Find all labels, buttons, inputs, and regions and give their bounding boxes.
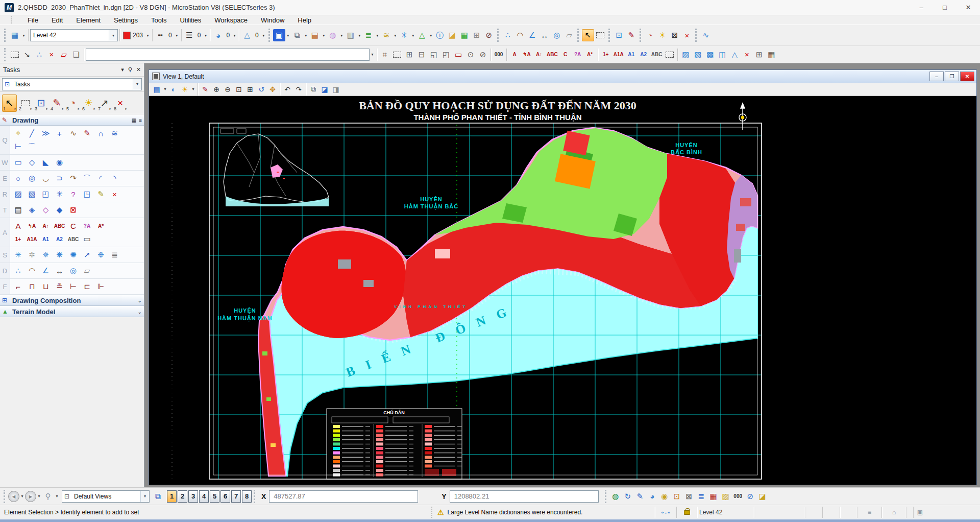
element-changer-icon[interactable]: ✎ <box>625 29 638 41</box>
models-icon[interactable]: ▣ <box>273 29 285 41</box>
drawing-tool-icon[interactable]: ≣ <box>108 248 121 262</box>
pan-view-icon[interactable]: ✥ <box>267 84 278 95</box>
references-icon[interactable]: ⧉ <box>291 29 303 41</box>
drawing-tool-icon[interactable]: ◎ <box>25 172 39 185</box>
menu-tools[interactable]: Tools <box>151 16 166 24</box>
dropdown-chevron-icon[interactable]: ▾ <box>410 29 416 41</box>
line-weight-icon[interactable]: ☰ <box>183 29 195 41</box>
drawing-tool-icon[interactable]: ◎ <box>66 264 80 277</box>
snap-mode-cell[interactable]: ∘-∘ <box>655 507 676 518</box>
drawing-tool-icon[interactable]: ✵ <box>39 248 53 262</box>
pattern-cross-icon[interactable]: ▧ <box>692 49 704 61</box>
drawing-tool-icon[interactable]: ⊏ <box>80 280 94 293</box>
menu-workspace[interactable]: Workspace <box>214 16 248 24</box>
view-toggle-7[interactable]: 7 <box>231 490 241 503</box>
fence-delete-icon[interactable]: × <box>45 49 58 61</box>
no-render-icon[interactable]: ⊘ <box>483 29 495 41</box>
dgn-status-cell[interactable]: ▣ <box>913 507 926 518</box>
clip-mask-icon[interactable]: ◨ <box>330 84 341 95</box>
drawing-tool-icon[interactable]: ▧ <box>25 187 39 201</box>
cube-tool-icon[interactable]: ▱ <box>563 29 575 41</box>
dimension-000-icon[interactable]: 000 <box>493 49 505 61</box>
locks-cell[interactable] <box>676 507 697 518</box>
tasks-close-icon[interactable]: ✕ <box>136 66 141 73</box>
view-attributes-icon[interactable]: ▤ <box>151 84 162 95</box>
drawing-tool-icon[interactable]: ◣ <box>39 156 53 169</box>
update-view-icon[interactable]: ✎ <box>200 84 211 95</box>
tasks-combo-dropdown[interactable]: ▾ <box>133 79 141 90</box>
key-icon[interactable]: ◪ <box>756 490 769 503</box>
item-browser-icon[interactable]: ▦ <box>458 29 471 41</box>
drawing-tool-icon[interactable]: ✎ <box>80 127 94 140</box>
acs-000-icon[interactable]: 000 <box>732 490 744 503</box>
drawing-tool-icon[interactable]: ▱ <box>80 264 94 277</box>
pattern-match-icon[interactable]: ◫ <box>716 49 728 61</box>
copy-text-icon[interactable]: A* <box>584 49 596 61</box>
view-toggle-2[interactable]: 2 <box>178 490 187 503</box>
drawing-tool-icon[interactable]: ⊃ <box>53 172 66 185</box>
drawing-tool-icon[interactable]: ⌐ <box>11 280 25 293</box>
link-icon[interactable]: ⊘ <box>744 490 756 503</box>
status-cell-4[interactable] <box>840 507 857 518</box>
place-text-icon[interactable]: A <box>508 49 521 61</box>
zoom-out-icon[interactable]: ⊖ <box>222 84 233 95</box>
active-color-swatch[interactable] <box>123 32 131 39</box>
find-text-icon[interactable]: ?A <box>572 49 584 61</box>
corner-a-icon[interactable]: ◱ <box>428 49 440 61</box>
dropdown-chevron-icon[interactable]: ▾ <box>21 29 27 41</box>
manage-view-groups-icon[interactable]: ⧉ <box>152 490 164 503</box>
element-information-icon[interactable]: ✳ <box>398 29 410 41</box>
fit-view-icon[interactable]: ⊞ <box>244 84 256 95</box>
fence-void-icon[interactable]: ▱ <box>58 49 70 61</box>
drawing-tool-icon[interactable]: ABC <box>53 219 66 232</box>
dropdown-chevron-icon[interactable]: ▾ <box>370 49 375 61</box>
view-close-button[interactable]: ✕ <box>960 72 974 81</box>
view-group-combo[interactable]: ⊡ Default Views ▾ <box>62 490 150 503</box>
drawing-tool-icon[interactable]: ✲ <box>25 248 39 262</box>
line-style-icon[interactable]: ╍ <box>154 29 166 41</box>
move-task-icon[interactable]: ⊡3▸ <box>34 94 48 112</box>
drawing-tool-icon[interactable]: ∩ <box>94 127 108 140</box>
stretch-icon[interactable]: ⊞ <box>403 49 415 61</box>
drawing-tool-icon[interactable]: ⊩ <box>94 280 108 293</box>
cell-selector-icon[interactable]: ⊞ <box>471 29 483 41</box>
composition-chevron-icon[interactable]: ⌄ <box>138 298 142 303</box>
dropdown-chevron-icon[interactable]: ▾ <box>145 29 151 41</box>
dropdown-chevron-icon[interactable]: ▾ <box>357 29 362 41</box>
view-content[interactable]: CHÚ DẪN <box>149 96 976 485</box>
geo-globe-icon[interactable]: ◍ <box>609 490 622 503</box>
drawing-tool-icon[interactable]: ◇ <box>39 203 53 217</box>
drawing-tool-icon[interactable]: ◝ <box>108 172 121 185</box>
view-minimize-button[interactable]: – <box>929 72 944 81</box>
drawing-tool-icon[interactable]: ↗ <box>80 248 94 262</box>
copy-view-icon[interactable]: ⧉ <box>308 84 319 95</box>
drawing-tool-icon[interactable]: ╱ <box>25 127 39 140</box>
angle-tool-icon[interactable]: ∠ <box>526 29 538 41</box>
drawing-tool-icon[interactable]: ∠ <box>39 264 53 277</box>
dropdown-chevron-icon[interactable]: ▾ <box>261 29 266 41</box>
grid-b-icon[interactable]: ▦ <box>765 49 777 61</box>
view-pointer-icon[interactable]: ⚲ <box>42 490 54 503</box>
drawing-tool-icon[interactable]: A2 <box>53 232 66 246</box>
drawing-tool-icon[interactable]: A <box>11 219 25 232</box>
menu-file[interactable]: File <box>28 16 38 24</box>
pattern-hatch-icon[interactable]: ▨ <box>679 49 692 61</box>
scale-task-icon[interactable]: ↗7▸ <box>97 94 112 112</box>
geo-clip-icon[interactable]: ⊡ <box>671 490 683 503</box>
minimize-button[interactable]: – <box>910 0 933 15</box>
drawing-tool-icon[interactable]: ◈ <box>25 203 39 217</box>
menu-edit[interactable]: Edit <box>52 16 63 24</box>
project-explorer-icon[interactable]: ◪ <box>446 29 458 41</box>
red-bar-icon[interactable]: ▭ <box>452 49 464 61</box>
element-selection-task-icon[interactable]: ↖1▸ <box>2 94 17 112</box>
markups-icon[interactable]: △ <box>416 29 428 41</box>
drawing-tool-icon[interactable]: ✧ <box>11 127 25 140</box>
view-next-icon[interactable]: ↷ <box>293 84 304 95</box>
drawing-tool-icon[interactable]: ⊔ <box>39 280 53 293</box>
drawing-tool-icon[interactable]: ◰ <box>39 187 53 201</box>
pattern-area-icon[interactable]: ▩ <box>704 49 716 61</box>
drawing-tool-icon[interactable]: ↰A <box>25 219 39 232</box>
drawing-tool-icon[interactable]: ≫ <box>39 127 53 140</box>
saved-views-icon[interactable]: ▥ <box>345 29 357 41</box>
dropdown-chevron-icon[interactable]: ▾ <box>321 29 327 41</box>
